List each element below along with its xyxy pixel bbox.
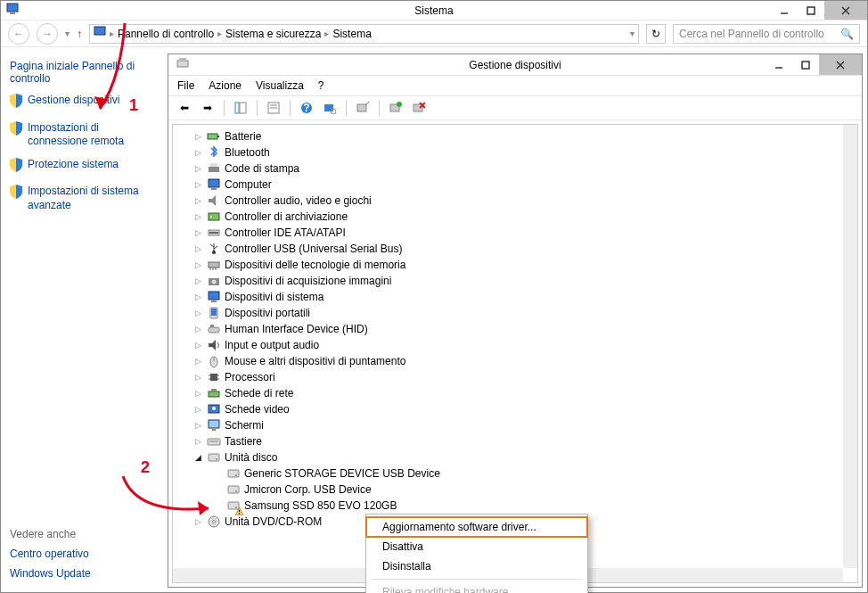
expand-icon[interactable]: ▷ (192, 292, 203, 302)
tree-category[interactable]: ▷Batterie (176, 128, 854, 144)
devmgr-minimize-button[interactable] (766, 54, 792, 75)
breadcrumb-drop-icon[interactable]: ▾ (630, 29, 635, 38)
toolbar-help-button[interactable]: ? (298, 99, 315, 117)
expand-icon[interactable]: ▷ (192, 324, 203, 334)
search-input[interactable]: Cerca nel Pannello di controllo 🔍 (673, 24, 860, 44)
devmgr-close-button[interactable] (819, 54, 862, 75)
toolbar-scan-button[interactable] (321, 99, 339, 117)
maximize-button[interactable] (798, 1, 824, 20)
menu-azione[interactable]: Azione (209, 79, 242, 92)
svg-rect-1 (10, 12, 15, 14)
tree-category[interactable]: ▷Schermi (176, 417, 854, 433)
sidebar-link-impostazioni-avanzate[interactable]: Impostazioni di sistema avanzate (10, 185, 158, 212)
menu-visualizza[interactable]: Visualizza (256, 79, 304, 92)
expand-icon[interactable]: ▷ (192, 211, 203, 222)
sidebar-link-connessione-remota[interactable]: Impostazioni di connessione remota (10, 121, 158, 149)
expand-icon[interactable]: ▷ (192, 436, 203, 447)
back-button[interactable]: ← (8, 23, 29, 45)
recent-dropdown-icon[interactable]: ▾ (65, 29, 70, 38)
mem-icon (207, 258, 221, 272)
expand-icon[interactable]: ▷ (192, 179, 203, 190)
expand-icon[interactable]: ▷ (192, 340, 203, 350)
tree-category[interactable]: ▷Dispositivi delle tecnologie di memoria (176, 257, 854, 273)
tree-label: Controller di archiviazione (225, 210, 348, 223)
ctx-scan-hardware[interactable]: Rileva modifiche hardware (366, 582, 587, 593)
tree-category[interactable]: ▷Computer (176, 177, 854, 193)
tree-category-disk[interactable]: ◢Unità disco (176, 449, 854, 465)
expand-icon[interactable]: ▷ (192, 147, 203, 158)
tree-category[interactable]: ▷Processori (176, 369, 854, 385)
toolbar-show-hide-tree-button[interactable] (232, 99, 250, 117)
expand-icon[interactable]: ▷ (192, 163, 203, 174)
tree-device[interactable]: Jmicron Corp. USB Device (176, 482, 854, 498)
tree-device[interactable]: Generic STORAGE DEVICE USB Device (176, 465, 854, 482)
disk-icon (226, 482, 241, 497)
tree-category[interactable]: ▷Dispositivi di sistema (176, 289, 854, 305)
tree-category[interactable]: ▷Schede video (176, 401, 854, 417)
ctx-update-driver[interactable]: Aggiornamento software driver... (366, 517, 587, 537)
expand-icon[interactable]: ▷ (192, 276, 203, 286)
tree-label: Processori (225, 371, 275, 383)
see-also-link[interactable]: Windows Update (10, 567, 158, 580)
svg-text:?: ? (303, 102, 309, 114)
sidebar-home-link[interactable]: Pagina iniziale Pannello di controllo (10, 60, 158, 85)
breadcrumb-seg[interactable]: Sistema (332, 28, 371, 40)
tree-label: Computer (225, 178, 272, 191)
toolbar-uninstall-button[interactable] (387, 99, 405, 117)
expand-icon[interactable]: ▷ (192, 131, 203, 142)
expand-icon[interactable]: ▷ (192, 388, 203, 399)
tree-category[interactable]: ▷Bluetooth (176, 144, 854, 161)
tree-category[interactable]: ▷Input e output audio (176, 337, 854, 353)
tree-category[interactable]: ▷Controller IDE ATA/ATAPI (176, 225, 854, 241)
svg-rect-3 (807, 7, 815, 14)
menu-help[interactable]: ? (318, 79, 324, 92)
tree-category[interactable]: ▷Controller USB (Universal Serial Bus) (176, 241, 854, 257)
ctx-uninstall[interactable]: Disinstalla (366, 556, 587, 576)
minimize-button[interactable] (771, 1, 798, 20)
expand-icon[interactable]: ▷ (192, 259, 203, 270)
breadcrumb-seg[interactable]: Pannello di controllo (118, 28, 214, 40)
toolbar-back-button[interactable]: ⬅ (176, 99, 193, 117)
tree-category[interactable]: ▷Code di stampa (176, 161, 854, 177)
expand-icon[interactable]: ▷ (192, 356, 203, 367)
tree-category[interactable]: ▷Schede di rete (176, 385, 854, 401)
menu-file[interactable]: File (177, 79, 194, 92)
expand-icon[interactable]: ▷ (192, 243, 203, 254)
tree-category[interactable]: ▷Dispositivi di acquisizione immagini (176, 273, 854, 289)
expand-icon[interactable]: ▷ (192, 420, 203, 431)
tree-category[interactable]: ▷Controller audio, video e giochi (176, 193, 854, 209)
toolbar-update-driver-button[interactable] (354, 99, 372, 117)
breadcrumb-seg[interactable]: Sistema e sicurezza (225, 28, 321, 40)
toolbar-forward-button[interactable]: ➡ (199, 99, 217, 117)
expand-icon[interactable]: ▷ (192, 195, 203, 206)
refresh-button[interactable]: ↻ (646, 24, 666, 44)
expand-icon[interactable]: ▷ (192, 516, 203, 527)
tree-category[interactable]: ▷Mouse e altri dispositivi di puntamento (176, 353, 854, 369)
tree-category[interactable]: ▷Human Interface Device (HID) (176, 321, 854, 337)
forward-button[interactable]: → (37, 23, 58, 45)
sidebar-link-protezione-sistema[interactable]: Protezione sistema (10, 158, 158, 177)
devmgr-icon (176, 56, 190, 73)
svg-point-76 (235, 490, 237, 492)
close-button[interactable] (824, 1, 867, 20)
expand-icon[interactable]: ▷ (192, 404, 203, 415)
svg-rect-32 (209, 179, 219, 187)
tree-category[interactable]: ▷Controller di archiviazione (176, 209, 854, 225)
collapse-icon[interactable]: ◢ (192, 452, 203, 463)
toolbar-disable-button[interactable] (410, 99, 428, 117)
tree-category[interactable]: ▷Dispositivi portatili (176, 305, 854, 321)
toolbar-properties-button[interactable] (265, 99, 283, 117)
expand-icon[interactable]: ▷ (192, 227, 203, 238)
expand-icon[interactable]: ▷ (192, 372, 203, 383)
vertical-scrollbar[interactable] (843, 125, 857, 568)
expand-icon[interactable]: ▷ (192, 308, 203, 318)
breadcrumb[interactable]: ▸ Pannello di controllo▸ Sistema e sicur… (89, 24, 639, 44)
devmgr-maximize-button[interactable] (792, 54, 819, 75)
up-button[interactable]: ↑ (77, 28, 82, 40)
tree-category[interactable]: ▷Tastiere (176, 433, 854, 449)
ctx-disable[interactable]: Disattiva (366, 537, 587, 556)
titlebar: Sistema (1, 1, 867, 21)
see-also-link[interactable]: Centro operativo (10, 548, 158, 560)
tree-device[interactable]: Samsung SSD 850 EVO 120GB (176, 498, 854, 514)
sidebar-link-gestione-dispositivi[interactable]: Gestione dispositivi (10, 94, 158, 112)
